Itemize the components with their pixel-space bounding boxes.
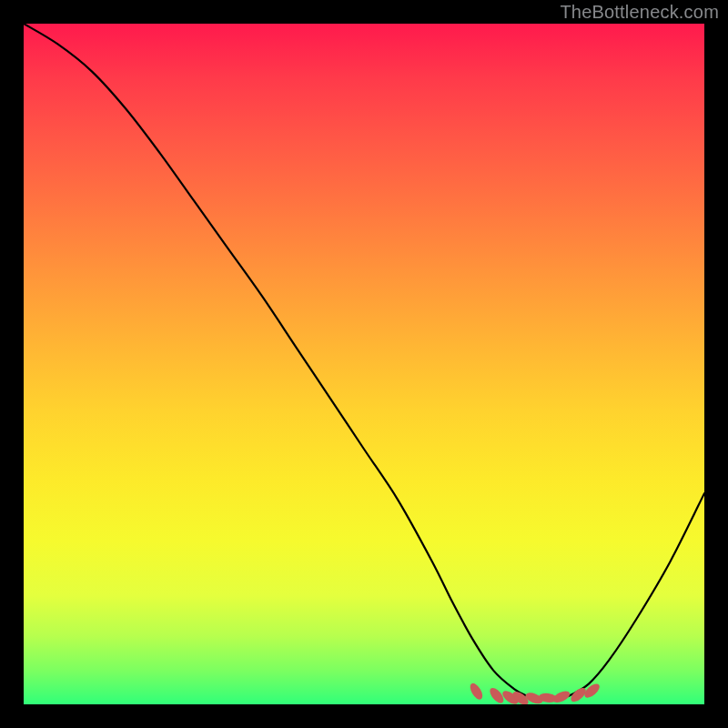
watermark-text: TheBottleneck.com — [560, 2, 719, 23]
chart-frame: TheBottleneck.com — [0, 0, 728, 728]
curve-marker — [468, 682, 485, 702]
curve-marker — [551, 689, 571, 704]
bottleneck-curve — [24, 24, 704, 700]
chart-svg — [24, 24, 704, 704]
curve-markers — [468, 682, 602, 704]
